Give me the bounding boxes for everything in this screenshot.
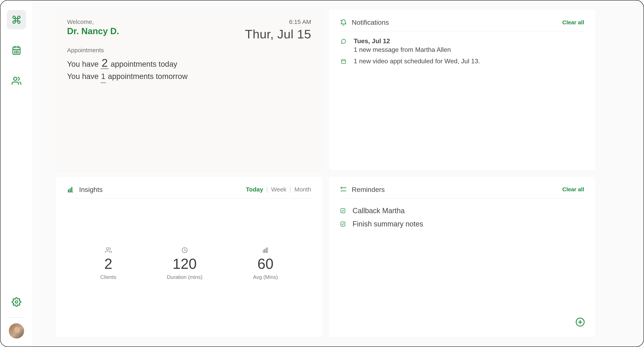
calendar-icon bbox=[12, 46, 21, 55]
appointments-today: You have 2 appointments today bbox=[67, 57, 311, 70]
svg-point-10 bbox=[14, 77, 17, 80]
svg-rect-27 bbox=[341, 209, 345, 213]
svg-rect-18 bbox=[68, 192, 73, 192]
insights-header: Insights Today | Week | Month bbox=[67, 186, 311, 198]
appt-tomorrow-count[interactable]: 1 bbox=[101, 70, 106, 83]
gear-icon bbox=[12, 297, 21, 307]
reminders-card: Reminders Clear all Callback Martha Fini… bbox=[329, 177, 596, 337]
metric-avg: 60 Avg (Mins) bbox=[253, 247, 278, 280]
svg-rect-12 bbox=[342, 60, 346, 64]
metric-value: 2 bbox=[104, 256, 112, 272]
notifications-body: Tues, Jul 12 1 new message from Martha A… bbox=[340, 31, 584, 65]
tab-month[interactable]: Month bbox=[294, 186, 311, 193]
svg-point-8 bbox=[16, 53, 16, 53]
current-date: Thur, Jul 15 bbox=[245, 27, 311, 41]
svg-rect-23 bbox=[266, 248, 268, 252]
svg-point-4 bbox=[14, 51, 15, 51]
insights-body: 2 Clients 120 Duration (mins) 60 Avg (Mi… bbox=[67, 198, 311, 329]
sidebar-nav-top bbox=[7, 10, 26, 90]
appt-today-count[interactable]: 2 bbox=[101, 57, 108, 69]
metric-clients: 2 Clients bbox=[100, 247, 116, 280]
appointments-lines: You have 2 appointments today You have 1… bbox=[67, 57, 311, 83]
svg-point-11 bbox=[15, 301, 18, 303]
metric-label: Avg (Mins) bbox=[253, 274, 278, 280]
checkbox-icon[interactable] bbox=[340, 221, 346, 227]
notification-text: 1 new video appt scheduled for Wed, Jul … bbox=[354, 58, 480, 65]
sidebar-divider bbox=[9, 317, 24, 318]
appt-line-prefix: You have bbox=[67, 60, 101, 68]
sidebar-item-settings[interactable] bbox=[7, 292, 26, 312]
welcome-header: Welcome, Dr. Nancy D. 6:15 AM Thur, Jul … bbox=[67, 19, 311, 41]
metric-value: 60 bbox=[257, 256, 274, 272]
reminders-body: Callback Martha Finish summary notes bbox=[340, 198, 584, 329]
reminder-text: Finish summary notes bbox=[352, 220, 423, 228]
svg-point-6 bbox=[18, 51, 18, 51]
clock-icon bbox=[181, 247, 188, 254]
svg-point-24 bbox=[341, 187, 342, 188]
svg-rect-14 bbox=[68, 189, 69, 192]
metric-label: Duration (mins) bbox=[167, 274, 202, 280]
notification-date: Tues, Jul 12 bbox=[354, 37, 451, 45]
tab-today[interactable]: Today bbox=[246, 186, 263, 193]
insights-card: Insights Today | Week | Month 2 Clients bbox=[56, 177, 322, 337]
metric-duration: 120 Duration (mins) bbox=[167, 247, 202, 280]
svg-rect-28 bbox=[341, 222, 345, 226]
reminder-item[interactable]: Callback Martha bbox=[340, 207, 584, 215]
people-icon bbox=[12, 76, 21, 86]
svg-rect-21 bbox=[263, 250, 264, 252]
notification-item[interactable]: Tues, Jul 12 1 new message from Martha A… bbox=[340, 37, 584, 54]
reminders-clear-button[interactable]: Clear all bbox=[562, 186, 584, 193]
calendar-small-icon bbox=[340, 58, 347, 64]
people-small-icon bbox=[105, 247, 112, 254]
appt-line-suffix: appointments tomorrow bbox=[106, 72, 188, 81]
metric-label: Clients bbox=[100, 274, 116, 280]
svg-point-19 bbox=[106, 247, 108, 250]
welcome-label: Welcome, bbox=[67, 19, 119, 25]
bar-chart-icon bbox=[67, 186, 74, 193]
reminders-title: Reminders bbox=[352, 186, 385, 193]
appt-line-prefix: You have bbox=[67, 72, 101, 81]
bars-icon bbox=[262, 247, 269, 254]
sidebar-item-dashboard[interactable] bbox=[7, 10, 26, 29]
insights-title: Insights bbox=[79, 186, 102, 193]
appointments-heading: Appointments bbox=[67, 47, 311, 54]
tab-week[interactable]: Week bbox=[271, 186, 286, 193]
main-content: Welcome, Dr. Nancy D. 6:15 AM Thur, Jul … bbox=[32, 1, 644, 346]
metric-value: 120 bbox=[173, 256, 197, 272]
svg-rect-15 bbox=[70, 188, 71, 192]
notification-item[interactable]: 1 new video appt scheduled for Wed, Jul … bbox=[340, 58, 584, 65]
command-icon bbox=[12, 15, 21, 25]
notifications-title: Notifications bbox=[352, 19, 389, 26]
appt-line-suffix: appointments today bbox=[108, 60, 177, 68]
sidebar-item-clients[interactable] bbox=[7, 71, 26, 90]
avatar[interactable] bbox=[9, 323, 24, 338]
reminders-header: Reminders Clear all bbox=[340, 186, 584, 198]
notifications-card: Notifications Clear all Tues, Jul 12 1 n… bbox=[329, 10, 596, 170]
checklist-icon bbox=[340, 186, 347, 193]
notifications-clear-button[interactable]: Clear all bbox=[562, 19, 584, 26]
welcome-name: Dr. Nancy D. bbox=[67, 26, 119, 36]
current-time: 6:15 AM bbox=[245, 19, 311, 25]
svg-rect-16 bbox=[71, 187, 72, 192]
svg-point-9 bbox=[18, 53, 18, 53]
welcome-card: Welcome, Dr. Nancy D. 6:15 AM Thur, Jul … bbox=[56, 10, 322, 170]
add-reminder-button[interactable] bbox=[575, 317, 585, 327]
svg-point-5 bbox=[16, 51, 16, 51]
reminder-text: Callback Martha bbox=[352, 207, 405, 215]
checkbox-icon[interactable] bbox=[340, 208, 346, 214]
svg-rect-22 bbox=[265, 249, 266, 252]
bell-icon bbox=[340, 19, 347, 26]
sidebar-item-calendar[interactable] bbox=[7, 41, 26, 60]
insights-tabs: Today | Week | Month bbox=[246, 186, 311, 193]
appointments-tomorrow: You have 1 appointments tomorrow bbox=[67, 70, 311, 83]
sidebar bbox=[0, 1, 32, 346]
reminder-item[interactable]: Finish summary notes bbox=[340, 220, 584, 228]
svg-point-7 bbox=[14, 53, 15, 53]
sidebar-bottom bbox=[7, 292, 26, 338]
notification-text: 1 new message from Martha Allen bbox=[354, 46, 451, 54]
chat-icon bbox=[340, 37, 347, 44]
app-shell: Welcome, Dr. Nancy D. 6:15 AM Thur, Jul … bbox=[0, 0, 644, 347]
notifications-header: Notifications Clear all bbox=[340, 19, 584, 31]
